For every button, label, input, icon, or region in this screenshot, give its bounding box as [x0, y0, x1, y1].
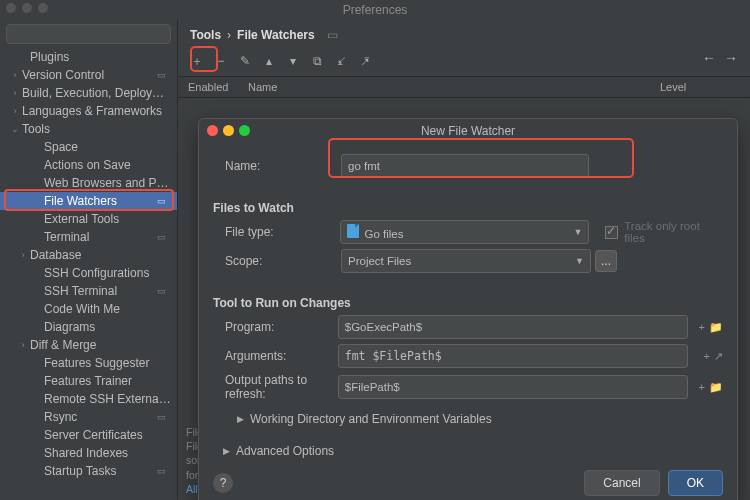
breadcrumb-leaf: File Watchers — [237, 28, 315, 42]
breadcrumb-root[interactable]: Tools — [190, 28, 221, 42]
go-file-icon — [347, 224, 359, 238]
chevron-right-icon: ▶ — [223, 446, 230, 456]
sidebar-item-shared-idx[interactable]: Shared Indexes — [0, 444, 177, 462]
expand-icon: › — [8, 70, 22, 80]
scope-select[interactable]: Project Files ▼ — [341, 249, 591, 273]
help-button[interactable]: ? — [213, 473, 233, 493]
col-name: Name — [248, 81, 660, 93]
copy-button[interactable]: ⧉ — [306, 50, 328, 72]
col-enabled: Enabled — [188, 81, 248, 93]
sidebar-item-code-with-me[interactable]: Code With Me — [0, 300, 177, 318]
sidebar-item-ssh-term[interactable]: SSH Terminal▭ — [0, 282, 177, 300]
sidebar-item-ssh-conf[interactable]: SSH Configurations — [0, 264, 177, 282]
sidebar-item-database[interactable]: ›Database — [0, 246, 177, 264]
sidebar-item-diff[interactable]: ›Diff & Merge — [0, 336, 177, 354]
sidebar-item-certs[interactable]: Server Certificates — [0, 426, 177, 444]
cancel-button[interactable]: Cancel — [584, 470, 659, 496]
sidebar-item-web-browsers[interactable]: Web Browsers and Preview — [0, 174, 177, 192]
sidebar-item-file-watchers[interactable]: File Watchers▭ — [0, 192, 177, 210]
sidebar-item-feat-sug[interactable]: Features Suggester — [0, 354, 177, 372]
sidebar-item-label: Remote SSH External Tools — [44, 392, 171, 406]
arguments-input[interactable] — [338, 344, 688, 368]
sidebar-item-label: Rsync — [44, 410, 157, 424]
scope-badge-icon: ▭ — [157, 412, 171, 422]
sidebar-item-label: Actions on Save — [44, 158, 171, 172]
track-root-checkbox[interactable]: Track only root files — [605, 220, 723, 244]
down-button[interactable]: ▾ — [282, 50, 304, 72]
edit-button[interactable]: ✎ — [234, 50, 256, 72]
advanced-disclosure[interactable]: ▶ Advanced Options — [199, 438, 737, 464]
scope-label: Scope: — [213, 254, 341, 268]
program-input[interactable] — [338, 315, 688, 339]
back-button[interactable]: ← — [702, 50, 716, 66]
dialog-title: New File Watcher — [421, 124, 515, 138]
sidebar-item-label: Code With Me — [44, 302, 171, 316]
sidebar-item-label: Languages & Frameworks — [22, 104, 171, 118]
import-button[interactable]: ⭹ — [330, 50, 352, 72]
new-file-watcher-dialog: New File Watcher Name: Files to Watch Fi… — [198, 118, 738, 500]
sidebar-item-label: Space — [44, 140, 171, 154]
name-input[interactable] — [341, 154, 589, 178]
scope-badge-icon: ▭ — [157, 70, 171, 80]
sidebar-item-label: Version Control — [22, 68, 157, 82]
chevron-right-icon: ▶ — [237, 414, 244, 424]
sidebar-item-vcs[interactable]: ›Version Control▭ — [0, 66, 177, 84]
sidebar-item-label: Plugins — [30, 50, 171, 64]
add-button[interactable]: ＋ — [186, 50, 208, 72]
zoom-icon[interactable] — [239, 125, 250, 136]
browse-icon[interactable]: 📁 — [709, 381, 723, 394]
up-button[interactable]: ▴ — [258, 50, 280, 72]
sidebar-item-startup[interactable]: Startup Tasks▭ — [0, 462, 177, 480]
checkbox-icon — [605, 226, 618, 239]
forward-button[interactable]: → — [724, 50, 738, 66]
search-input[interactable] — [6, 24, 171, 44]
sidebar-item-tools[interactable]: ⌄Tools — [0, 120, 177, 138]
expand-icon[interactable]: ↗ — [714, 350, 723, 363]
sidebar-item-label: Startup Tasks — [44, 464, 157, 478]
sidebar-item-label: Diagrams — [44, 320, 171, 334]
tool-heading: Tool to Run on Changes — [213, 296, 723, 310]
scope-more-button[interactable]: ... — [595, 250, 617, 272]
sidebar-item-label: External Tools — [44, 212, 171, 226]
scope-badge-icon: ▭ — [157, 196, 171, 206]
close-icon[interactable] — [207, 125, 218, 136]
name-label: Name: — [213, 159, 341, 173]
remove-button[interactable]: − — [210, 50, 232, 72]
window-traffic-lights[interactable] — [6, 3, 48, 13]
dialog-traffic-lights[interactable] — [207, 125, 250, 136]
sidebar-item-ext-tools[interactable]: External Tools — [0, 210, 177, 228]
sidebar-item-label: Server Certificates — [44, 428, 171, 442]
insert-macro-icon[interactable]: + — [699, 381, 705, 394]
sidebar-item-space[interactable]: Space — [0, 138, 177, 156]
sidebar-item-feat-train[interactable]: Features Trainer — [0, 372, 177, 390]
export-button[interactable]: ⭷ — [354, 50, 376, 72]
output-paths-input[interactable] — [338, 375, 688, 399]
search-box[interactable] — [6, 24, 171, 44]
expand-icon: › — [16, 340, 30, 350]
insert-macro-icon[interactable]: + — [704, 350, 710, 363]
minimize-icon[interactable] — [223, 125, 234, 136]
sidebar-item-label: Web Browsers and Preview — [44, 176, 171, 190]
sidebar-item-terminal[interactable]: Terminal▭ — [0, 228, 177, 246]
browse-icon[interactable]: 📁 — [709, 321, 723, 334]
expand-icon: ⌄ — [8, 124, 22, 134]
ok-button[interactable]: OK — [668, 470, 723, 496]
sidebar-item-label: Tools — [22, 122, 171, 136]
sidebar-item-actions-save[interactable]: Actions on Save — [0, 156, 177, 174]
sidebar-item-label: Features Suggester — [44, 356, 171, 370]
sidebar-item-plugins: Plugins — [0, 48, 177, 66]
settings-tree: Plugins›Version Control▭›Build, Executio… — [0, 48, 177, 500]
sidebar-item-build[interactable]: ›Build, Execution, Deployment — [0, 84, 177, 102]
insert-macro-icon[interactable]: + — [699, 321, 705, 334]
sidebar-item-rsync[interactable]: Rsync▭ — [0, 408, 177, 426]
filetype-select[interactable]: Go files ▼ — [340, 220, 589, 244]
sidebar-item-diagrams[interactable]: Diagrams — [0, 318, 177, 336]
sidebar-item-rssh[interactable]: Remote SSH External Tools — [0, 390, 177, 408]
files-heading: Files to Watch — [213, 201, 723, 215]
working-dir-disclosure[interactable]: ▶ Working Directory and Environment Vari… — [213, 406, 723, 432]
scope-icon: ▭ — [327, 28, 338, 42]
breadcrumb: Tools › File Watchers ▭ — [178, 20, 750, 50]
sidebar: Plugins›Version Control▭›Build, Executio… — [0, 20, 178, 500]
chevron-down-icon: ▼ — [575, 256, 584, 266]
sidebar-item-lang[interactable]: ›Languages & Frameworks — [0, 102, 177, 120]
